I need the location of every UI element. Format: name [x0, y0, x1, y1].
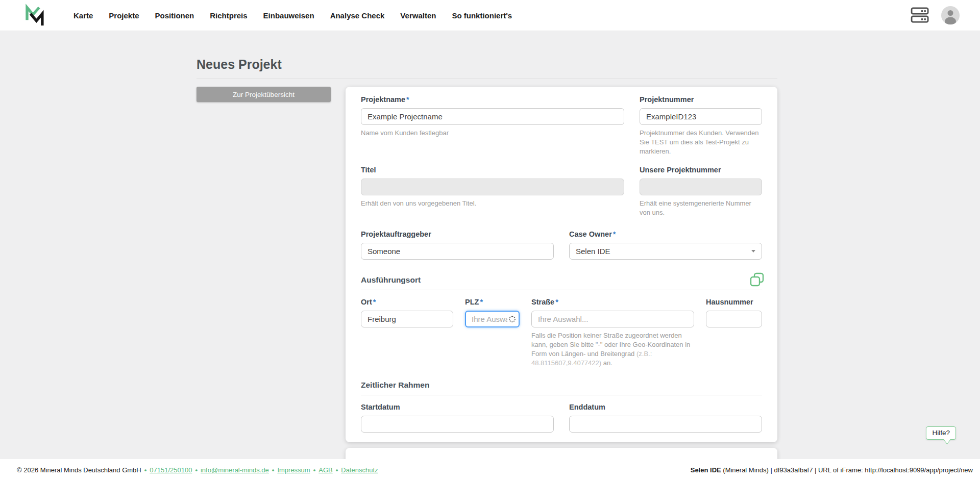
footer-link-phone[interactable]: 07151/250100	[150, 466, 192, 474]
startdatum-label: Startdatum	[361, 402, 554, 412]
chevron-down-icon	[751, 250, 755, 252]
strasse-label-text: Straße	[531, 298, 554, 306]
user-avatar[interactable]	[941, 6, 960, 24]
projektauftraggeber-input[interactable]	[361, 243, 554, 260]
ort-label-text: Ort	[361, 298, 372, 306]
hausnummer-label: Hausnummer	[706, 297, 762, 307]
projektname-input[interactable]	[361, 108, 624, 125]
hausnummer-input[interactable]	[706, 311, 762, 327]
session-details: (Mineral Minds) | df93a3afbaf7 | URL of …	[721, 466, 973, 474]
required-asterisk: *	[555, 298, 558, 306]
field-startdatum: Startdatum	[361, 402, 554, 433]
footer-link-datenschutz[interactable]: Datenschutz	[341, 466, 378, 474]
footer-bullet: •	[313, 466, 316, 474]
footer-link-impressum[interactable]: Impressum	[277, 466, 310, 474]
help-button[interactable]: Hilfe?	[926, 426, 956, 440]
case-owner-label: Case Owner*	[569, 230, 762, 239]
projektname-label-text: Projektname	[361, 95, 405, 104]
unsere-projektnummer-helper: Erhält eine systemgenerierte Nummer von …	[640, 199, 762, 217]
case-owner-label-text: Case Owner	[569, 230, 612, 238]
footer-bullet: •	[195, 466, 198, 474]
new-project-form-card: Projektname* Name vom Kunden festlegbar …	[346, 87, 777, 442]
projektauftraggeber-label: Projektauftraggeber	[361, 230, 554, 239]
titel-label: Titel	[361, 165, 624, 175]
field-strasse: Straße* Falls die Position keiner Straße…	[531, 297, 694, 368]
back-to-projects-button[interactable]: Zur Projektübersicht	[197, 87, 331, 102]
footer-bullet: •	[272, 466, 275, 474]
field-enddatum: Enddatum	[569, 402, 762, 433]
footer-link-email[interactable]: info@mineral-minds.de	[201, 466, 269, 474]
projektnummer-input[interactable]	[640, 108, 762, 125]
nav-item-analyse-check[interactable]: Analyse Check	[330, 0, 385, 31]
section-zeitlicher-rahmen: Zeitlicher Rahmen	[361, 380, 762, 395]
enddatum-input[interactable]	[569, 416, 762, 433]
strasse-input[interactable]	[531, 311, 694, 327]
strasse-helper: Falls die Position keiner Straße zugeord…	[531, 331, 694, 368]
field-case-owner: Case Owner* Selen IDE	[569, 230, 762, 260]
projektnummer-helper: Projektnummer des Kunden. Verwenden Sie …	[640, 129, 762, 156]
plz-label: PLZ*	[465, 297, 520, 307]
footer: © 2026 Mineral Minds Deutschland GmbH • …	[0, 459, 980, 481]
plz-label-text: PLZ	[465, 298, 479, 306]
nav-item-verwalten[interactable]: Verwalten	[400, 0, 436, 31]
nav-item-positionen[interactable]: Positionen	[155, 0, 194, 31]
copy-location-button[interactable]	[748, 271, 766, 291]
field-projektname: Projektname* Name vom Kunden festlegbar	[361, 95, 624, 156]
required-asterisk: *	[480, 298, 483, 306]
field-titel: Titel Erhält den von uns vorgegebenen Ti…	[361, 165, 624, 217]
projektname-helper: Name vom Kunden festlegbar	[361, 129, 624, 138]
strasse-helper-suffix: an.	[601, 359, 612, 367]
ausfuehrungsort-divider	[361, 290, 762, 290]
session-user: Selen IDE	[691, 466, 721, 474]
nav-item-karte[interactable]: Karte	[74, 0, 93, 31]
field-plz: PLZ*	[465, 297, 520, 368]
main-menu: Karte Projekte Positionen Richtpreis Ein…	[74, 0, 512, 31]
plz-input-wrapper	[465, 311, 520, 327]
copyright-text: © 2026 Mineral Minds Deutschland GmbH	[17, 466, 141, 474]
row-auftraggeber-caseowner: Projektauftraggeber Case Owner* Selen ID…	[361, 230, 762, 260]
server-icon[interactable]	[911, 7, 930, 23]
field-unsere-projektnummer: Unsere Projektnummer Erhält eine systemg…	[640, 165, 762, 217]
nav-item-richtpreis[interactable]: Richtpreis	[210, 0, 247, 31]
row-dates: Startdatum Enddatum	[361, 402, 762, 433]
session-info: Selen IDE (Mineral Minds) | df93a3afbaf7…	[691, 466, 973, 474]
strasse-helper-main: Falls die Position keiner Straße zugeord…	[531, 332, 690, 358]
projektname-label: Projektname*	[361, 95, 624, 105]
footer-bullet: •	[144, 466, 147, 474]
top-navigation: Karte Projekte Positionen Richtpreis Ein…	[0, 0, 980, 31]
nav-item-so-funktionierts[interactable]: So funktioniert's	[452, 0, 512, 31]
mineral-minds-logo[interactable]	[20, 2, 47, 29]
loading-spinner-icon	[509, 316, 516, 322]
startdatum-input[interactable]	[361, 416, 554, 433]
copy-icon	[749, 272, 765, 288]
zeitlicher-rahmen-title: Zeitlicher Rahmen	[361, 380, 762, 390]
footer-left: © 2026 Mineral Minds Deutschland GmbH • …	[17, 466, 378, 474]
footer-link-agb[interactable]: AGB	[318, 466, 332, 474]
required-asterisk: *	[613, 230, 616, 238]
required-asterisk: *	[406, 95, 409, 104]
logo-m-icon	[22, 4, 45, 27]
nav-right-controls	[911, 6, 960, 24]
nav-item-projekte[interactable]: Projekte	[109, 0, 139, 31]
strasse-label: Straße*	[531, 297, 694, 307]
title-divider	[197, 79, 777, 79]
titel-helper: Erhält den von uns vorgegebenen Titel.	[361, 199, 624, 208]
nav-item-einbauweisen[interactable]: Einbauweisen	[263, 0, 314, 31]
ort-input[interactable]	[361, 311, 453, 327]
ort-label: Ort*	[361, 297, 453, 307]
section-ausfuehrungsort: Ausführungsort	[361, 275, 762, 290]
required-asterisk: *	[373, 298, 376, 306]
field-ort: Ort*	[361, 297, 453, 368]
field-hausnummer: Hausnummer	[706, 297, 762, 368]
field-projektnummer: Projektnummer Projektnummer des Kunden. …	[640, 95, 762, 156]
unsere-projektnummer-input	[640, 179, 762, 195]
person-icon	[941, 6, 960, 24]
case-owner-select[interactable]: Selen IDE	[569, 243, 762, 260]
ausfuehrungsort-title: Ausführungsort	[361, 275, 762, 285]
page-title: Neues Projekt	[197, 57, 282, 72]
projektnummer-label: Projektnummer	[640, 95, 762, 105]
field-projektauftraggeber: Projektauftraggeber	[361, 230, 554, 260]
help-bubble-tail	[944, 436, 950, 445]
zeitlicher-rahmen-divider	[361, 395, 762, 395]
row-projektname-projektnummer: Projektname* Name vom Kunden festlegbar …	[361, 95, 762, 156]
